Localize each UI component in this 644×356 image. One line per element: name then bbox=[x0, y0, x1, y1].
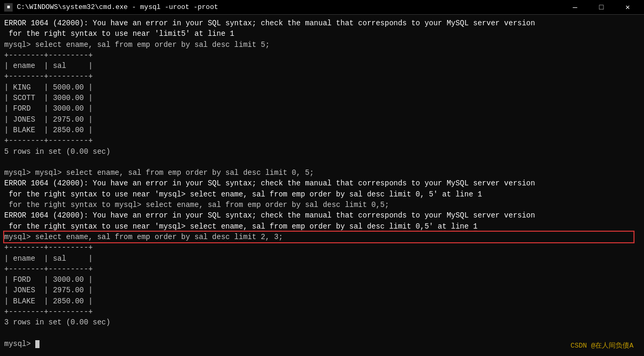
window: ■ C:\WINDOWS\system32\cmd.exe - mysql -u… bbox=[0, 0, 644, 356]
minimize-button[interactable]: — bbox=[563, 0, 587, 15]
window-controls: — □ ✕ bbox=[563, 0, 640, 15]
terminal-output: ERROR 1064 (42000): You have an error in… bbox=[4, 18, 640, 349]
terminal-content[interactable]: ERROR 1064 (42000): You have an error in… bbox=[0, 15, 644, 356]
title-bar: ■ C:\WINDOWS\system32\cmd.exe - mysql -u… bbox=[0, 0, 644, 15]
window-title: C:\WINDOWS\system32\cmd.exe - mysql -uro… bbox=[17, 3, 218, 11]
cmd-icon: ■ bbox=[4, 3, 13, 12]
close-button[interactable]: ✕ bbox=[616, 0, 640, 15]
watermark: CSDN @在人间负债A bbox=[570, 341, 633, 351]
title-bar-left: ■ C:\WINDOWS\system32\cmd.exe - mysql -u… bbox=[4, 3, 218, 12]
maximize-button[interactable]: □ bbox=[589, 0, 613, 15]
